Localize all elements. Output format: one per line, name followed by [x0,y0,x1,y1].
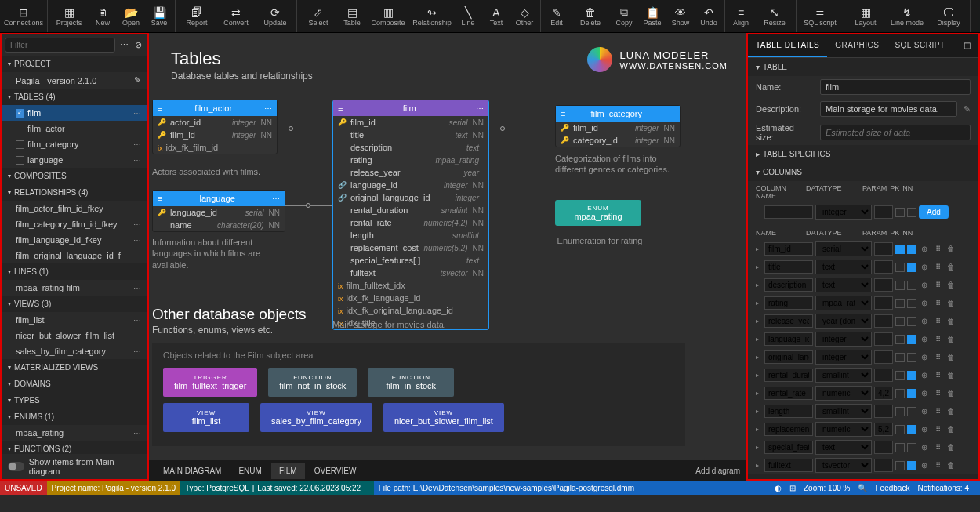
table-menu-icon[interactable]: ≡ [561,109,565,118]
drag-icon[interactable]: ⠿ [932,388,943,399]
new-column-type-select[interactable]: integer [815,205,872,220]
column-name-input[interactable] [764,296,813,310]
column-nn-checkbox[interactable] [907,317,916,326]
column-pk-checkbox[interactable] [895,407,905,416]
table-column-row[interactable]: 🔑language_idserialNN [153,206,285,219]
column-nn-checkbox[interactable] [907,461,916,470]
column-type-select[interactable]: integer [815,332,872,347]
tree-item[interactable]: film_language_id_fkey⋯ [2,232,147,248]
table-column-row[interactable]: fulltexttsvectorNN [333,267,488,279]
column-type-select[interactable]: numeric [815,422,872,437]
column-pk-checkbox[interactable] [895,461,905,470]
column-nn-checkbox[interactable] [907,443,916,452]
column-name-input[interactable] [764,459,813,472]
edit-button[interactable]: ✎Edit [543,0,571,32]
column-nn-checkbox[interactable] [907,371,916,380]
move-icon[interactable]: ⊕ [919,316,930,327]
report-button[interactable]: 🗐Report [177,0,216,32]
column-nn-checkbox[interactable] [907,245,916,254]
tree-item-project-name[interactable]: Pagila - version 2.1.0✎ [2,72,147,89]
paste-button[interactable]: 📋Paste [638,0,666,32]
panel-tab-sql[interactable]: SQL SCRIPT [887,34,953,57]
display-button[interactable]: 🖵Display [929,0,968,32]
table-column-row[interactable]: titletextNN [333,129,488,141]
drag-icon[interactable]: ⠿ [932,298,943,309]
delete-button[interactable]: 🗑Delete [571,0,610,32]
tree-item[interactable]: nicer_but_slower_film_list⋯ [2,328,147,343]
column-param-input[interactable] [874,441,893,454]
drag-icon[interactable]: ⠿ [932,280,943,291]
column-pk-checkbox[interactable] [895,281,905,290]
table-index-row[interactable]: ixfilm_fulltext_idx [333,279,488,292]
rp-section-table[interactable]: ▾TABLE [748,58,978,76]
table-card-film-actor[interactable]: ≡film_actor⋯ 🔑actor_idintegerNN🔑film_idi… [152,100,278,154]
table-menu-icon[interactable]: ≡ [338,103,343,113]
grid-icon[interactable]: ⊞ [789,484,796,492]
drag-icon[interactable]: ⠿ [932,262,943,273]
column-nn-checkbox[interactable] [907,335,916,344]
table-column-row[interactable]: namecharacter(20)NN [153,219,285,231]
table-card-film-category[interactable]: ≡film_category⋯ 🔑film_idintegerNN🔑catego… [555,105,681,147]
table-column-row[interactable]: 🔑film_idintegerNN [556,122,680,134]
table-button[interactable]: ▤Table [338,0,366,32]
column-name-input[interactable] [764,387,813,400]
tab-overview[interactable]: OVERVIEW [307,463,365,479]
tree-section-functions[interactable]: ▾FUNCTIONS (2) [2,441,147,454]
column-param-input[interactable] [874,369,893,382]
object-chip-view[interactable]: VIEWnicer_but_slower_film_list [383,403,504,432]
tree-item[interactable]: mpaa_rating-film⋯ [2,280,147,296]
column-param-input[interactable] [874,405,893,418]
relationship-button[interactable]: ↬Relationship [410,0,454,32]
column-param-input[interactable] [874,350,893,364]
drag-icon[interactable]: ⠿ [932,406,943,417]
drag-icon[interactable]: ⠿ [932,424,943,435]
column-name-input[interactable] [764,423,813,436]
column-param-input[interactable] [874,278,893,292]
column-type-select[interactable]: smallint [815,404,872,419]
table-desc-input[interactable] [820,101,957,117]
other-button[interactable]: ◇Other [510,0,539,32]
table-column-row[interactable]: 🔑category_idintegerNN [556,134,680,147]
column-pk-checkbox[interactable] [895,425,905,434]
table-actions-icon[interactable]: ⋯ [264,104,272,113]
drag-icon[interactable]: ⠿ [932,460,943,471]
resize-button[interactable]: ⤡Resize [755,0,794,32]
column-type-select[interactable]: text [815,440,872,455]
column-nn-checkbox[interactable] [907,353,916,362]
column-param-input[interactable] [874,332,893,346]
tree-section-relationships[interactable]: ▾RELATIONSHIPS (4) [2,184,147,201]
move-icon[interactable]: ⊕ [919,424,930,435]
tree-item[interactable]: film_category_film_id_fkey⋯ [2,216,147,232]
settings-button[interactable]: ⚙Settings [972,0,980,32]
tree-item[interactable]: film⋯ [2,105,147,121]
canvas-area[interactable]: Tables Database tables and relationships… [149,33,746,481]
tree-item[interactable]: mpaa_rating⋯ [2,425,147,441]
column-nn-checkbox[interactable] [907,389,916,398]
column-name-input[interactable] [764,332,813,346]
composite-button[interactable]: ▥Composite [366,0,410,32]
tab-film[interactable]: FILM [271,463,305,479]
trash-icon[interactable]: 🗑 [946,352,956,363]
add-diagram-button[interactable]: Add diagram [695,467,740,475]
column-pk-checkbox[interactable] [895,263,905,272]
layout-button[interactable]: ▦Layout [846,0,885,32]
trash-icon[interactable]: 🗑 [946,316,956,327]
new-column-nn-checkbox[interactable] [907,208,916,217]
trash-icon[interactable]: 🗑 [946,406,956,417]
theme-icon[interactable]: ◐ [775,484,782,492]
column-pk-checkbox[interactable] [895,245,905,254]
new-button[interactable]: 🗎New [89,0,117,32]
table-column-row[interactable]: rental_durationsmallintNN [333,204,488,216]
tree-item[interactable]: film_actor⋯ [2,121,147,136]
drag-icon[interactable]: ⠿ [932,334,943,345]
convert-button[interactable]: ⇄Convert [216,0,256,32]
column-param-input[interactable] [874,314,893,328]
drag-icon[interactable]: ⠿ [932,442,943,453]
move-icon[interactable]: ⊕ [919,352,930,363]
move-icon[interactable]: ⊕ [919,460,930,471]
tab-main-diagram[interactable]: MAIN DIAGRAM [155,463,229,479]
trash-icon[interactable]: 🗑 [946,244,956,255]
new-column-param-input[interactable] [874,205,893,219]
move-icon[interactable]: ⊕ [919,280,930,291]
object-chip-trigger[interactable]: TRIGGERfilm_fulltext_trigger [163,368,257,397]
